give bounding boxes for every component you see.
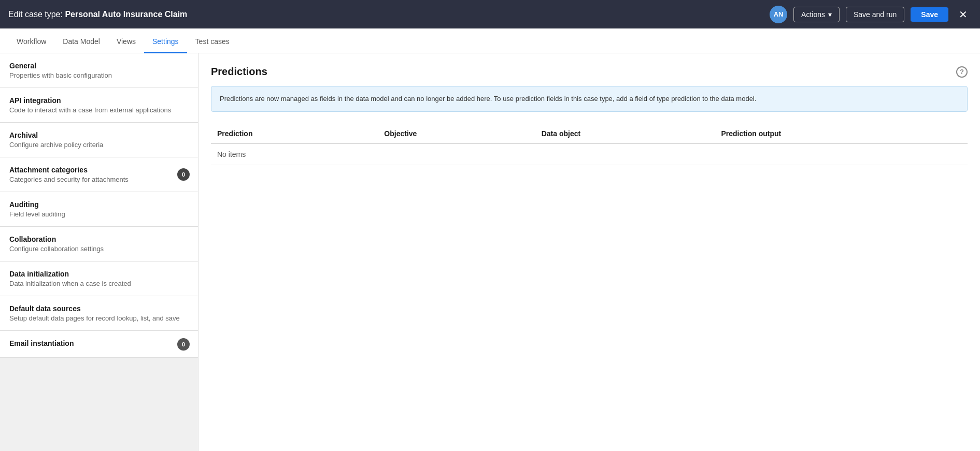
actions-button[interactable]: Actions ▾	[793, 7, 840, 22]
sidebar-item-auditing-desc: Field level auditing	[9, 210, 190, 218]
save-button[interactable]: Save	[911, 7, 948, 22]
col-prediction-output: Prediction output	[715, 124, 968, 143]
sidebar-item-attachment-categories[interactable]: Attachment categories Categories and sec…	[0, 157, 198, 192]
sidebar-item-general-desc: Properties with basic configuration	[9, 71, 190, 79]
predictions-table: Prediction Objective Data object Predict…	[211, 124, 968, 165]
table-header-row: Prediction Objective Data object Predict…	[211, 124, 968, 143]
attachment-categories-badge: 0	[177, 168, 190, 181]
no-items-cell: No items	[211, 143, 968, 165]
sidebar-item-collaboration-title: Collaboration	[9, 235, 190, 243]
tab-settings[interactable]: Settings	[144, 31, 187, 53]
sidebar-item-auditing[interactable]: Auditing Field level auditing	[0, 192, 198, 227]
actions-label: Actions	[801, 10, 825, 19]
sidebar-item-data-initialization[interactable]: Data initialization Data initialization …	[0, 261, 198, 296]
sidebar-item-default-data-sources[interactable]: Default data sources Setup default data …	[0, 296, 198, 331]
sidebar-item-attachment-categories-desc: Categories and security for attachments	[9, 176, 190, 183]
sidebar-item-data-initialization-desc: Data initialization when a case is creat…	[9, 280, 190, 287]
sidebar-item-data-initialization-title: Data initialization	[9, 270, 190, 278]
no-items-label: No items	[217, 150, 246, 158]
sidebar-item-collaboration[interactable]: Collaboration Configure collaboration se…	[0, 227, 198, 261]
tab-views[interactable]: Views	[108, 31, 144, 53]
sidebar-item-api-integration-title: API integration	[9, 96, 190, 105]
table-row: No items	[211, 143, 968, 165]
avatar[interactable]: AN	[770, 6, 787, 23]
sidebar-item-archival-desc: Configure archive policy criteria	[9, 141, 190, 149]
tabs-bar: Workflow Data Model Views Settings Test …	[0, 28, 980, 53]
sidebar-item-archival-title: Archival	[9, 131, 190, 139]
sidebar-item-email-instantiation-title: Email instantiation	[9, 339, 190, 347]
tab-workflow[interactable]: Workflow	[8, 31, 54, 53]
sidebar-item-archival[interactable]: Archival Configure archive policy criter…	[0, 123, 198, 157]
sidebar-item-auditing-title: Auditing	[9, 200, 190, 209]
sidebar-item-general-title: General	[9, 62, 190, 70]
save-and-run-button[interactable]: Save and run	[846, 7, 904, 22]
sidebar-item-collaboration-desc: Configure collaboration settings	[9, 245, 190, 253]
email-instantiation-badge: 0	[177, 338, 190, 351]
sidebar-item-api-integration[interactable]: API integration Code to interact with a …	[0, 88, 198, 123]
col-prediction: Prediction	[211, 124, 378, 143]
col-data-object: Data object	[535, 124, 715, 143]
sidebar-item-api-integration-desc: Code to interact with a case from extern…	[9, 106, 190, 114]
content-title-row: Predictions ?	[211, 66, 968, 78]
page-title: Edit case type: Personal Auto Insurance …	[8, 10, 763, 19]
info-banner: Predictions are now managed as fields in…	[211, 86, 968, 112]
tab-test-cases[interactable]: Test cases	[187, 31, 238, 53]
sidebar-item-default-data-sources-title: Default data sources	[9, 304, 190, 313]
sidebar-item-general[interactable]: General Properties with basic configurat…	[0, 53, 198, 88]
sidebar-item-email-instantiation[interactable]: Email instantiation 0	[0, 331, 198, 358]
app-header: Edit case type: Personal Auto Insurance …	[0, 0, 980, 28]
sidebar-item-default-data-sources-desc: Setup default data pages for record look…	[9, 314, 190, 322]
sidebar: General Properties with basic configurat…	[0, 53, 198, 451]
tab-data-model[interactable]: Data Model	[54, 31, 108, 53]
chevron-down-icon: ▾	[828, 10, 832, 19]
close-button[interactable]: ✕	[955, 7, 972, 22]
col-objective: Objective	[378, 124, 535, 143]
content-area: Predictions ? Predictions are now manage…	[198, 53, 980, 451]
info-icon[interactable]: ?	[956, 66, 968, 78]
sidebar-item-attachment-categories-title: Attachment categories	[9, 166, 190, 174]
section-title: Predictions	[211, 66, 267, 78]
main-container: General Properties with basic configurat…	[0, 53, 980, 451]
